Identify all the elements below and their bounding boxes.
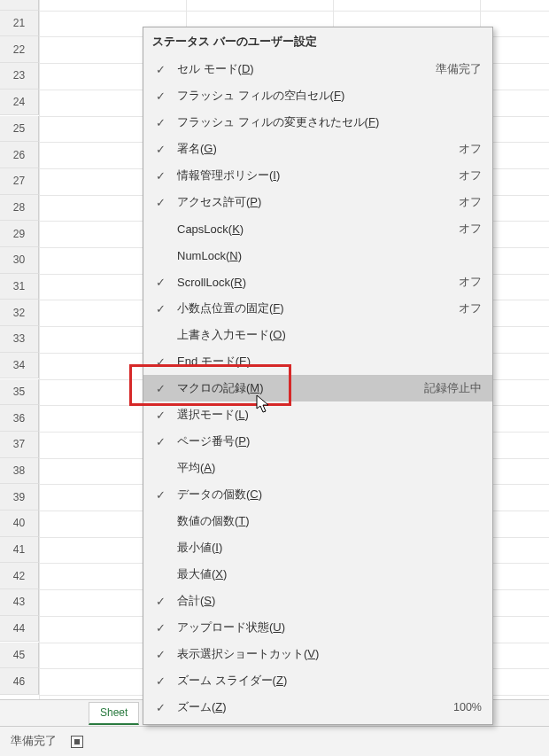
row-header[interactable]: 45	[0, 643, 39, 669]
menu-item[interactable]: ✓表示選択ショートカット(V)	[143, 641, 492, 667]
menu-item[interactable]: NumLock(N)	[143, 242, 492, 269]
check-icon: ✓	[152, 274, 168, 290]
menu-item-label: セル モード(D)	[177, 61, 436, 77]
row-header[interactable]: 35	[0, 379, 39, 406]
row-header[interactable]: 26	[0, 142, 39, 168]
menu-item-label: アップロード状態(U)	[177, 620, 482, 635]
check-icon: ✓	[152, 354, 168, 370]
row-header[interactable]: 27	[0, 168, 39, 195]
menu-item-label: 小数点位置の固定(F)	[177, 300, 459, 316]
menu-item-label: フラッシュ フィルの空白セル(F)	[177, 88, 482, 104]
menu-item-status: オフ	[459, 168, 482, 183]
menu-item[interactable]: ✓フラッシュ フィルの空白セル(F)	[143, 82, 492, 109]
check-icon: ✓	[152, 646, 168, 662]
menu-item-label: フラッシュ フィルの変更されたセル(F)	[177, 114, 482, 130]
menu-item-status: 準備完了	[436, 62, 482, 77]
row-header[interactable]: 29	[0, 221, 39, 247]
row-header[interactable]: 41	[0, 537, 39, 564]
row-header[interactable]: 28	[0, 195, 39, 222]
menu-item-label: ページ番号(P)	[177, 433, 482, 449]
menu-item-label: 表示選択ショートカット(V)	[177, 646, 482, 662]
menu-item[interactable]: ✓ズーム スライダー(Z)	[143, 667, 492, 694]
menu-item-status: オフ	[459, 222, 482, 237]
menu-item-status: オフ	[459, 195, 482, 210]
menu-item[interactable]: ✓署名(G)オフ	[143, 136, 492, 162]
menu-item[interactable]: 上書き入力モード(O)	[143, 322, 492, 348]
menu-item[interactable]: CapsLock(K)オフ	[143, 215, 492, 242]
menu-item-status: オフ	[459, 142, 482, 157]
row-header[interactable]: 46	[0, 668, 39, 695]
menu-item-label: ズーム スライダー(Z)	[177, 673, 482, 689]
statusbar-context-menu: ステータス バーのユーザー設定 ✓セル モード(D)準備完了✓フラッシュ フィル…	[143, 27, 493, 725]
menu-item-label: CapsLock(K)	[177, 222, 459, 236]
menu-item[interactable]: ✓アクセス許可(P)オフ	[143, 189, 492, 215]
menu-item[interactable]: ✓マクロの記録(M)記録停止中	[143, 375, 492, 401]
menu-item[interactable]: ✓End モード(E)	[143, 348, 492, 375]
check-icon: ✓	[152, 433, 168, 449]
menu-item[interactable]: ✓ページ番号(P)	[143, 428, 492, 455]
row-header[interactable]: 44	[0, 616, 39, 643]
check-icon: ✓	[152, 699, 168, 715]
check-icon: ✓	[152, 88, 168, 104]
row-header[interactable]: 21	[0, 11, 39, 37]
menu-item-label: 最小値(I)	[177, 540, 482, 556]
menu-item[interactable]: ✓小数点位置の固定(F)オフ	[143, 295, 492, 322]
menu-item[interactable]: ✓選択モード(L)	[143, 401, 492, 428]
menu-item-label: End モード(E)	[177, 354, 482, 370]
sheet-tab[interactable]: Sheet	[89, 702, 139, 725]
check-icon	[152, 247, 168, 263]
row-header[interactable]: 38	[0, 458, 39, 485]
row-header[interactable]: 20	[0, 0, 39, 11]
check-icon	[152, 566, 168, 582]
row-header[interactable]: 39	[0, 484, 39, 510]
row-header[interactable]: 34	[0, 353, 39, 379]
row-header[interactable]: 30	[0, 247, 39, 274]
menu-item-label: ScrollLock(R)	[177, 276, 459, 289]
menu-item[interactable]: ✓データの個数(C)	[143, 481, 492, 508]
row-header[interactable]: 25	[0, 116, 39, 143]
menu-item[interactable]: 平均(A)	[143, 455, 492, 481]
row-header[interactable]: 23	[0, 63, 39, 90]
menu-item[interactable]: ✓情報管理ポリシー(I)オフ	[143, 162, 492, 189]
menu-item[interactable]: ✓ズーム(Z)100%	[143, 694, 492, 721]
row-header[interactable]: 37	[0, 432, 39, 458]
menu-item[interactable]: ✓アップロード状態(U)	[143, 614, 492, 641]
row-header[interactable]: 22	[0, 36, 39, 63]
check-icon: ✓	[152, 168, 168, 183]
sheet-tab-label: Sheet	[100, 706, 128, 719]
row-header[interactable]: 33	[0, 326, 39, 353]
row-header[interactable]: 43	[0, 589, 39, 616]
menu-item-label: 数値の個数(T)	[177, 513, 482, 529]
macro-stop-icon[interactable]	[71, 736, 83, 748]
check-icon: ✓	[152, 141, 168, 157]
check-icon	[152, 460, 168, 476]
menu-item-label: 情報管理ポリシー(I)	[177, 168, 459, 183]
menu-item[interactable]: ✓セル モード(D)準備完了	[143, 56, 492, 82]
check-icon: ✓	[152, 61, 168, 77]
check-icon: ✓	[152, 380, 168, 396]
status-bar: 準備完了	[0, 726, 549, 756]
row-header[interactable]: 42	[0, 563, 39, 589]
menu-item[interactable]: 数値の個数(T)	[143, 508, 492, 534]
row-header[interactable]: 32	[0, 300, 39, 326]
row-header[interactable]: 40	[0, 510, 39, 537]
menu-item[interactable]: ✓合計(S)	[143, 588, 492, 614]
status-ready: 準備完了	[11, 734, 57, 749]
check-icon: ✓	[152, 407, 168, 423]
row-header[interactable]: 24	[0, 90, 39, 116]
menu-item-label: 署名(G)	[177, 141, 459, 157]
row-header[interactable]: 31	[0, 274, 39, 300]
menu-item[interactable]: ✓ScrollLock(R)オフ	[143, 269, 492, 295]
menu-item[interactable]: 最大値(X)	[143, 561, 492, 588]
menu-item[interactable]: ✓フラッシュ フィルの変更されたセル(F)	[143, 109, 492, 136]
menu-item-label: ズーム(Z)	[177, 699, 453, 715]
menu-item-label: マクロの記録(M)	[177, 380, 424, 396]
row-header[interactable]: 36	[0, 405, 39, 432]
check-icon	[152, 221, 168, 237]
menu-item-label: NumLock(N)	[177, 249, 482, 262]
menu-item-label: アクセス許可(P)	[177, 194, 459, 210]
menu-item[interactable]: 最小値(I)	[143, 534, 492, 561]
check-icon: ✓	[152, 194, 168, 210]
check-icon: ✓	[152, 620, 168, 635]
check-icon: ✓	[152, 300, 168, 316]
